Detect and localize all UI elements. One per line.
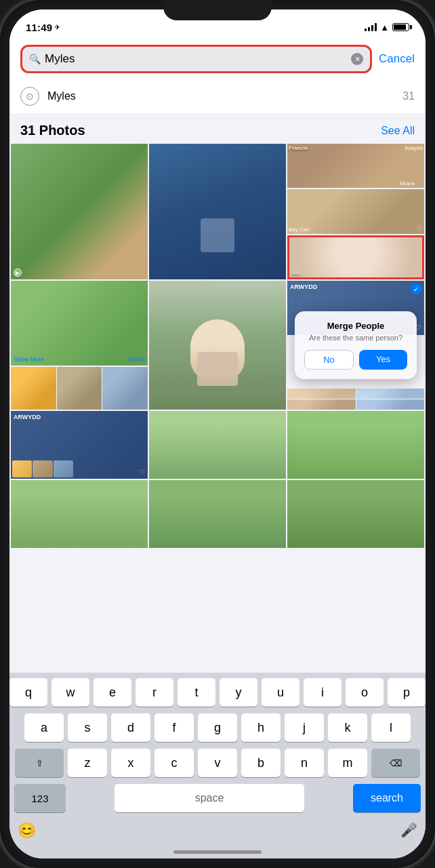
photo-right-area: ARWYDD ✓ ♡ Updating People... Merge	[287, 281, 424, 410]
merge-popup: Merge People Are these the same person? …	[295, 311, 417, 379]
key-l[interactable]: l	[371, 713, 411, 742]
key-b[interactable]: b	[241, 749, 281, 777]
key-p[interactable]: p	[388, 678, 426, 707]
photo-item[interactable]	[11, 367, 56, 410]
photo-item[interactable]	[287, 480, 424, 548]
key-o[interactable]: o	[346, 678, 384, 707]
key-d[interactable]: d	[111, 713, 150, 742]
photo-item[interactable]	[287, 399, 356, 410]
search-bar-container: 🔍 Myles ✕ Cancel	[9, 39, 426, 79]
key-u[interactable]: u	[262, 678, 299, 707]
photo-item[interactable]	[149, 144, 286, 279]
signal-icon	[365, 23, 377, 31]
photo-mini-row	[11, 367, 148, 410]
photo-item[interactable]	[356, 389, 425, 399]
key-h[interactable]: h	[241, 713, 281, 742]
numbers-key[interactable]: 123	[14, 784, 66, 812]
key-x[interactable]: x	[111, 749, 150, 777]
photos-section: 31 Photos See All ▶	[9, 115, 426, 673]
photo-item[interactable]: ARWYDD ♡	[11, 411, 148, 479]
arwydd-label: ARWYDD	[290, 283, 317, 290]
phone-screen: 11:49 ✈ ▲ 🔍 Myles ✕	[9, 9, 426, 859]
photo-right-col: Francie Arwydd Eliana Bay Carl ♡ here	[287, 144, 424, 279]
suggestion-row[interactable]: ⊙ Myles 31	[9, 79, 426, 115]
microphone-key[interactable]: 🎤	[400, 822, 417, 840]
check-badge: ✓	[411, 283, 421, 294]
battery-icon	[392, 23, 409, 31]
shift-key[interactable]: ⇧	[15, 749, 64, 777]
photo-item[interactable]	[102, 367, 148, 410]
status-icons: ▲	[365, 22, 409, 33]
key-t[interactable]: t	[178, 678, 215, 707]
merge-yes-button[interactable]: Yes	[359, 350, 407, 370]
select-link[interactable]: Select	[128, 356, 145, 363]
space-key[interactable]: space	[115, 784, 304, 812]
photo-grid-row2: Show More Select	[11, 281, 424, 410]
wifi-icon: ▲	[380, 22, 389, 33]
key-a[interactable]: a	[24, 713, 64, 742]
keyboard-row-3: ⇧ z x c v b n m ⌫	[12, 749, 423, 777]
keyboard-row-2: a s d f g h j k l	[12, 713, 423, 742]
notch	[163, 0, 272, 20]
see-all-link[interactable]: See All	[381, 125, 415, 137]
key-r[interactable]: r	[136, 678, 173, 707]
arwydd-label2: ARWYDD	[14, 414, 41, 420]
suggestion-count: 31	[402, 90, 415, 102]
photo-item[interactable]: ▶	[11, 144, 148, 279]
photo-item-large[interactable]	[149, 281, 286, 410]
merge-subtitle: Are these the same person?	[304, 334, 407, 342]
keyboard: q w e r t y u i o p a s d f g h j k	[9, 673, 426, 818]
merge-no-button[interactable]: No	[304, 350, 354, 370]
emoji-key[interactable]: 😊	[18, 822, 36, 840]
photo-grid-row3: ARWYDD ♡	[11, 411, 424, 479]
photo-grid-row4	[11, 480, 424, 548]
key-y[interactable]: y	[220, 678, 257, 707]
show-more-link[interactable]: Show More	[14, 356, 45, 363]
person-icon: ⊙	[20, 87, 39, 106]
key-e[interactable]: e	[94, 678, 131, 707]
search-clear-button[interactable]: ✕	[351, 53, 363, 65]
photo-item[interactable]	[11, 480, 148, 548]
search-input-wrapper[interactable]: 🔍 Myles ✕	[20, 45, 372, 73]
key-n[interactable]: n	[285, 749, 324, 777]
photo-item[interactable]: Show More Select	[11, 281, 148, 366]
backspace-key[interactable]: ⌫	[371, 749, 420, 777]
photo-item[interactable]: Bay Carl ♡	[287, 189, 424, 233]
photo-item[interactable]	[149, 480, 286, 548]
photo-item[interactable]	[287, 389, 356, 399]
photo-item[interactable]	[149, 411, 286, 479]
key-i[interactable]: i	[304, 678, 341, 707]
key-g[interactable]: g	[198, 713, 237, 742]
key-s[interactable]: s	[68, 713, 107, 742]
search-input[interactable]: Myles	[45, 52, 347, 66]
photos-count-title: 31 Photos	[20, 123, 85, 138]
key-k[interactable]: k	[328, 713, 367, 742]
home-indicator	[9, 845, 426, 859]
photo-item[interactable]: Francie Arwydd Eliana	[287, 144, 424, 188]
location-icon: ✈	[54, 23, 60, 32]
key-j[interactable]: j	[285, 713, 324, 742]
merge-buttons: No Yes	[304, 350, 407, 370]
photo-item-highlighted[interactable]: here	[287, 235, 424, 279]
photo-left-col: Show More Select	[11, 281, 148, 410]
photo-grid-row1: ▶ Francie Arwydd Eliana	[11, 144, 424, 279]
keyboard-extras: 😊 🎤	[9, 818, 426, 845]
key-v[interactable]: v	[198, 749, 237, 777]
key-z[interactable]: z	[68, 749, 107, 777]
photo-item[interactable]	[57, 367, 102, 410]
key-m[interactable]: m	[328, 749, 367, 777]
key-q[interactable]: q	[9, 678, 47, 707]
key-c[interactable]: c	[154, 749, 194, 777]
keyboard-row-1: q w e r t y u i o p	[12, 678, 423, 707]
key-f[interactable]: f	[154, 713, 194, 742]
status-time: 11:49	[26, 22, 52, 33]
photo-item[interactable]	[356, 399, 425, 410]
cancel-button[interactable]: Cancel	[379, 52, 415, 66]
key-w[interactable]: w	[51, 678, 89, 707]
face-grid	[287, 389, 424, 410]
photo-item[interactable]	[287, 411, 424, 479]
merge-title: Merge People	[304, 321, 407, 331]
home-bar	[173, 850, 262, 854]
search-key[interactable]: search	[353, 784, 421, 812]
suggestion-name: Myles	[47, 90, 394, 102]
